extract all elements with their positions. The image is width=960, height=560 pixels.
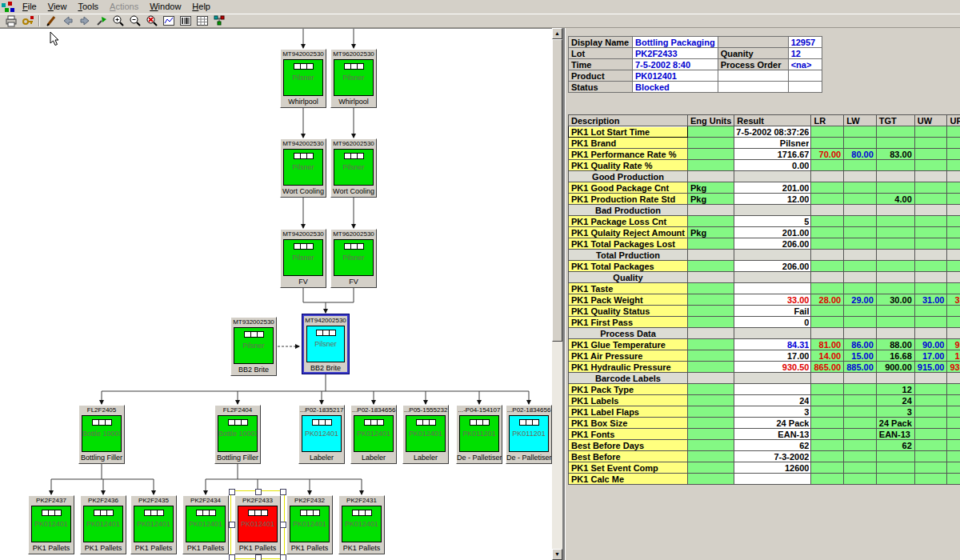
node-PK2F2434[interactable]: PK2F2434PK012401PK1 Pallets [182, 495, 229, 554]
result-cell[interactable]: 1716.67 [734, 149, 811, 160]
node-PK2F2432[interactable]: PK2F2432PK012401PK1 Pallets [286, 495, 333, 554]
result-cell[interactable]: 12600 [734, 462, 811, 474]
node-MT962002530[interactable]: MT962002530PilsnerWhirlpool [330, 49, 377, 108]
genealogy-icon[interactable] [210, 14, 227, 27]
result-cell[interactable]: 201.00 [734, 227, 811, 238]
result-cell[interactable]: Fail [734, 306, 811, 317]
zoom-in-icon[interactable] [110, 14, 126, 27]
description-cell[interactable]: PK1 Pack Weight [569, 294, 688, 306]
description-cell[interactable]: PK1 Pack Type [569, 384, 688, 395]
description-cell[interactable]: PK1 Brand [569, 138, 688, 149]
scroll-down-icon[interactable]: ▼ [552, 549, 562, 560]
result-cell[interactable]: 930.50 [734, 362, 811, 373]
node-P021835217[interactable]: ...P02-1835217PK012401Labeler [298, 405, 345, 464]
selection-handle[interactable] [280, 522, 286, 528]
permissions-key-icon[interactable] [19, 14, 36, 27]
result-cell[interactable]: 62 [734, 440, 811, 451]
barcode-icon[interactable] [177, 14, 194, 27]
node-P021834656[interactable]: ...P02-1834656PK012401Labeler [350, 405, 397, 464]
node-PK2F2436[interactable]: PK2F2436PK012401PK1 Pallets [80, 495, 126, 554]
node-MT942002530[interactable]: MT942002530PilsnerBB2 Brite [302, 314, 349, 374]
result-cell[interactable]: 0.00 [734, 160, 811, 171]
selection-handle[interactable] [255, 554, 262, 560]
selection-handle[interactable] [229, 522, 235, 528]
pane-divider[interactable] [562, 28, 566, 560]
result-cell[interactable]: 24 [734, 395, 811, 406]
description-cell[interactable]: PK1 Labels [569, 395, 688, 406]
description-cell[interactable]: PK1 Glue Temperature [569, 339, 688, 350]
menu-help[interactable]: Help [186, 1, 216, 13]
result-cell[interactable] [734, 474, 811, 485]
description-cell[interactable]: PK1 Production Rate Std [569, 194, 688, 205]
description-cell[interactable]: Best Before [569, 451, 688, 462]
node-PK2F2435[interactable]: PK2F2435PK012401PK1 Pallets [130, 495, 177, 554]
description-cell[interactable]: PK1 Total Packages Lost [569, 238, 688, 250]
description-cell[interactable]: Best Before Days [569, 440, 688, 451]
description-cell[interactable]: PK1 Air Pressure [569, 350, 688, 362]
node-P051555232[interactable]: ...P05-1555232PK012401Labeler [402, 405, 449, 464]
description-cell[interactable]: PK1 Package Loss Cnt [569, 216, 688, 227]
description-cell[interactable]: PK1 Lot Start Time [569, 126, 688, 138]
result-cell[interactable] [734, 283, 811, 294]
node-MT942002530[interactable]: MT942002530PilsnerWort Cooling [280, 138, 326, 198]
node-MT962002530[interactable]: MT962002530PilsnerWort Cooling [330, 138, 377, 198]
description-cell[interactable]: PK1 Box Size [569, 418, 688, 429]
result-cell[interactable]: 3 [734, 406, 811, 418]
node-MT932002530[interactable]: MT932002530PilsnerBB2 Brite [230, 317, 277, 376]
node-MT962002530[interactable]: MT962002530PilsnerFV [330, 229, 377, 288]
result-cell[interactable]: 33.00 [734, 294, 811, 306]
zoom-reset-icon[interactable] [143, 14, 160, 27]
selection-handle[interactable] [229, 489, 235, 495]
description-cell[interactable]: PK1 Label Flaps [569, 406, 688, 418]
forward-arrow-icon[interactable] [76, 14, 93, 27]
result-cell[interactable]: 5 [734, 216, 811, 227]
description-cell[interactable]: PK1 Taste [569, 283, 688, 294]
scroll-up-icon[interactable]: ▲ [552, 28, 562, 39]
print-icon[interactable] [2, 14, 19, 27]
node-PK2F2437[interactable]: PK2F2437PK012401PK1 Pallets [28, 495, 74, 554]
menu-file[interactable]: File [17, 1, 42, 13]
node-P021834656[interactable]: ...P02-1834656PK011201De - Palletiser [506, 405, 552, 464]
node-MT942002530[interactable]: MT942002530PilsnerWhirlpool [280, 49, 326, 108]
zoom-out-icon[interactable] [126, 14, 143, 27]
node-P04154107[interactable]: ...-P04-154107PK011201De - Palletiser [456, 405, 502, 464]
node-MT942002530[interactable]: MT942002530PilsnerFV [280, 229, 326, 288]
result-cell[interactable]: 206.00 [734, 238, 811, 250]
selection-handle[interactable] [280, 489, 286, 495]
selection-handle[interactable] [229, 554, 235, 560]
genealogy-canvas[interactable]: MT942002530PilsnerWhirlpoolMT962002530Pi… [0, 28, 552, 560]
back-arrow-icon[interactable] [59, 14, 76, 27]
description-cell[interactable]: PK1 Total Packages [569, 261, 688, 272]
node-FL2F2404[interactable]: FL2F2404Bottle 10003Bottling Filler [214, 405, 261, 464]
result-cell[interactable]: 84.31 [734, 339, 811, 350]
result-cell[interactable]: Pilsner [734, 138, 811, 149]
grid-icon[interactable] [194, 14, 210, 27]
result-cell[interactable]: 7-3-2002 [734, 451, 811, 462]
result-cell[interactable]: 24 Pack [734, 418, 811, 429]
go-icon[interactable] [93, 14, 110, 27]
result-cell[interactable] [734, 384, 811, 395]
trend-icon[interactable] [160, 14, 177, 27]
result-cell[interactable]: 17.00 [734, 350, 811, 362]
description-cell[interactable]: PK1 Quality Rate % [569, 160, 688, 171]
description-cell[interactable]: PK1 Set Event Comp [569, 462, 688, 474]
result-cell[interactable]: 0 [734, 317, 811, 328]
result-cell[interactable]: 12.00 [734, 194, 811, 205]
description-cell[interactable]: PK1 Performance Rate % [569, 149, 688, 160]
scrollbar-thumb[interactable] [552, 39, 562, 342]
edit-pencil-icon[interactable] [42, 14, 59, 27]
description-cell[interactable]: PK1 Calc Me [569, 474, 688, 485]
node-PK2F2431[interactable]: PK2F2431PK012401PK1 Pallets [338, 495, 385, 554]
result-cell[interactable]: 7-5-2002 08:37:26 [734, 126, 811, 138]
description-cell[interactable]: PK1 Fonts [569, 429, 688, 440]
menu-view[interactable]: View [42, 1, 73, 13]
description-cell[interactable]: PK1 Quality Status [569, 306, 688, 317]
selection-handle[interactable] [280, 554, 286, 560]
description-cell[interactable]: PK1 Hydraulic Pressure [569, 362, 688, 373]
result-cell[interactable]: 206.00 [734, 261, 811, 272]
result-cell[interactable]: EAN-13 [734, 429, 811, 440]
result-cell[interactable]: 201.00 [734, 182, 811, 194]
diagram-vertical-scrollbar[interactable]: ▲ ▼ [552, 28, 562, 560]
description-cell[interactable]: PK1 Good Package Cnt [569, 182, 688, 194]
description-cell[interactable]: PK1 Qulaity Reject Amount [569, 227, 688, 238]
